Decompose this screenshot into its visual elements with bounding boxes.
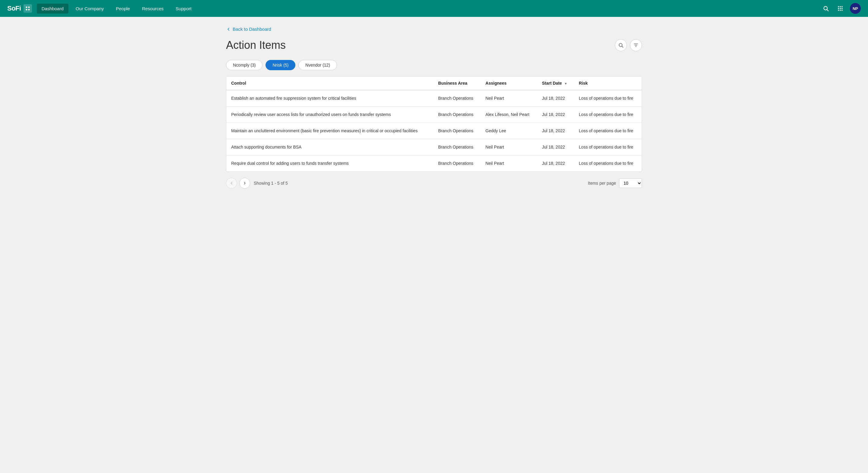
items-per-page-select[interactable]: 5102550 (619, 178, 642, 188)
table-row[interactable]: Attach supporting documents for BSA Bran… (226, 139, 642, 155)
cell-start-date: Jul 18, 2022 (537, 155, 574, 172)
cell-assignees: Neil Peart (481, 139, 537, 155)
col-header-risk: Risk (574, 76, 642, 90)
cell-risk: Loss of operations due to fire (574, 107, 642, 123)
table-header-row: Control Business Area Assignees Start Da… (226, 76, 642, 90)
cell-risk: Loss of operations due to fire (574, 123, 642, 139)
svg-rect-12 (838, 10, 839, 10)
svg-rect-11 (841, 8, 842, 9)
cell-business-area: Branch Operations (433, 107, 481, 123)
nav-item-support[interactable]: Support (171, 4, 196, 13)
nav-item-people[interactable]: People (111, 4, 135, 13)
action-items-table: Control Business Area Assignees Start Da… (226, 76, 642, 171)
svg-rect-14 (841, 10, 842, 10)
table-container: Control Business Area Assignees Start Da… (226, 76, 642, 172)
header-actions (615, 39, 642, 51)
table-row[interactable]: Periodically review user access lists fo… (226, 107, 642, 123)
svg-rect-10 (840, 8, 841, 9)
tabs: Ncomply (3) Nrisk (5) Nvendor (12) (226, 60, 642, 70)
cell-risk: Loss of operations due to fire (574, 90, 642, 107)
next-page-button[interactable] (239, 178, 250, 189)
navbar-right: NP (821, 3, 861, 14)
sort-indicator: ▼ (564, 82, 567, 85)
cell-business-area: Branch Operations (433, 155, 481, 172)
svg-rect-13 (840, 10, 841, 10)
svg-rect-7 (840, 6, 841, 7)
search-button[interactable] (615, 39, 627, 51)
cell-control: Maintain an uncluttered environment (bas… (226, 123, 433, 139)
cell-risk: Loss of operations due to fire (574, 155, 642, 172)
avatar[interactable]: NP (850, 3, 861, 14)
svg-point-1 (28, 7, 30, 8)
brand: SoFi (7, 4, 32, 13)
svg-rect-8 (841, 6, 842, 7)
search-icon[interactable] (821, 4, 831, 13)
svg-line-5 (827, 10, 829, 11)
tab-nrisk[interactable]: Nrisk (5) (266, 60, 296, 70)
cell-control: Attach supporting documents for BSA (226, 139, 433, 155)
tab-ncomply[interactable]: Ncomply (3) (226, 60, 262, 70)
nav-item-our-company[interactable]: Our Company (71, 4, 108, 13)
cell-control: Periodically review user access lists fo… (226, 107, 433, 123)
svg-rect-6 (838, 6, 839, 7)
svg-line-16 (622, 46, 623, 47)
table-row[interactable]: Establish an automated fire suppression … (226, 90, 642, 107)
cell-start-date: Jul 18, 2022 (537, 139, 574, 155)
cell-risk: Loss of operations due to fire (574, 139, 642, 155)
filter-button[interactable] (630, 39, 642, 51)
cell-business-area: Branch Operations (433, 139, 481, 155)
cell-control: Require dual control for adding users to… (226, 155, 433, 172)
items-per-page-label: Items per page (588, 181, 616, 186)
tab-nvendor[interactable]: Nvendor (12) (299, 60, 337, 70)
col-header-control: Control (226, 76, 433, 90)
table-row[interactable]: Require dual control for adding users to… (226, 155, 642, 172)
chevron-left-icon (226, 27, 231, 32)
col-header-start-date[interactable]: Start Date ▼ (537, 76, 574, 90)
sofi-logo-icon (24, 4, 32, 13)
cell-assignees: Neil Peart (481, 155, 537, 172)
chevron-left-icon (229, 181, 234, 185)
col-header-business-area: Business Area (433, 76, 481, 90)
table-row[interactable]: Maintain an uncluttered environment (bas… (226, 123, 642, 139)
cell-assignees: Geddy Lee (481, 123, 537, 139)
apps-icon[interactable] (835, 4, 845, 13)
cell-assignees: Neil Peart (481, 90, 537, 107)
page-header: Action Items (226, 39, 642, 52)
navbar: SoFi Dashboard Our Company People Resour… (0, 0, 868, 17)
prev-page-button[interactable] (226, 178, 237, 189)
nav-item-dashboard[interactable]: Dashboard (37, 4, 68, 13)
svg-rect-9 (838, 8, 839, 9)
cell-business-area: Branch Operations (433, 123, 481, 139)
cell-start-date: Jul 18, 2022 (537, 90, 574, 107)
cell-assignees: Alex Lifeson, Neil Peart (481, 107, 537, 123)
cell-start-date: Jul 18, 2022 (537, 123, 574, 139)
items-per-page: Items per page 5102550 (588, 178, 642, 188)
svg-point-3 (28, 9, 30, 10)
col-header-assignees: Assignees (481, 76, 537, 90)
svg-point-2 (26, 9, 27, 10)
page-content: Back to Dashboard Action Items Ncomply (… (214, 17, 654, 201)
svg-point-0 (26, 7, 27, 8)
back-link-label: Back to Dashboard (233, 27, 271, 32)
sofi-logo-text: SoFi (7, 4, 21, 12)
page-title: Action Items (226, 39, 286, 52)
pagination-bar: Showing 1 - 5 of 5 Items per page 510255… (226, 178, 642, 189)
chevron-right-icon (243, 181, 247, 185)
showing-text: Showing 1 - 5 of 5 (254, 181, 288, 186)
cell-control: Establish an automated fire suppression … (226, 90, 433, 107)
cell-business-area: Branch Operations (433, 90, 481, 107)
nav-item-resources[interactable]: Resources (137, 4, 168, 13)
back-to-dashboard-link[interactable]: Back to Dashboard (226, 27, 642, 32)
cell-start-date: Jul 18, 2022 (537, 107, 574, 123)
